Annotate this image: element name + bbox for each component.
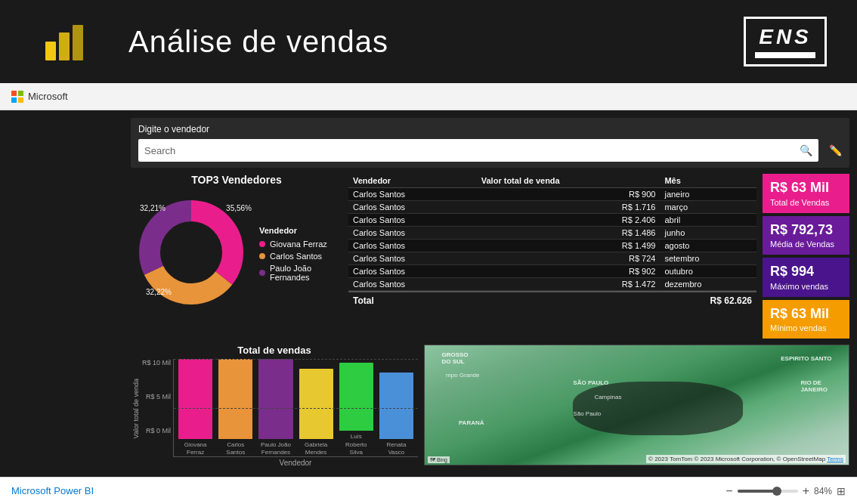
table-total-row: Total R$ 62.626 <box>348 291 756 309</box>
search-input[interactable]: Search <box>144 145 795 156</box>
cell-vendedor: Carlos Santos <box>348 188 477 201</box>
bar-chart-wrapper: Valor total de venda R$ 10 Mil R$ 5 Mil … <box>131 359 418 457</box>
ms-label: Microsoft <box>28 91 68 102</box>
bar-label-2: Paulo João Fernandes <box>261 441 291 457</box>
zoom-in-button[interactable]: + <box>803 484 809 498</box>
legend-label-2: Paulo João Fernandes <box>270 264 342 282</box>
grid-line-mid <box>174 408 418 409</box>
left-sidebar <box>0 110 123 477</box>
pct-right: 35,56% <box>226 204 252 212</box>
cell-mes: março <box>660 201 756 214</box>
table-row: Carlos Santos R$ 902 outubro <box>348 265 756 278</box>
cell-valor: R$ 724 <box>477 252 661 265</box>
edit-icon[interactable]: ✏️ <box>829 144 842 156</box>
pct-bottom: 32,22% <box>146 288 172 296</box>
search-bar[interactable]: Search 🔍 <box>138 139 818 162</box>
map-label-grosso: GROSSODO SUL <box>441 351 468 365</box>
cell-valor: R$ 900 <box>477 188 661 201</box>
x-axis-title: Vendedor <box>173 459 418 467</box>
ms-sq-red <box>11 91 17 96</box>
total-label: Total <box>353 295 374 306</box>
donut-chart: 32,21% 35,56% 32,22% <box>131 192 252 313</box>
ms-squares-icon <box>11 91 23 103</box>
bar-chart-section: Total de vendas Valor total de venda R$ … <box>131 345 418 467</box>
powerbi-icon <box>42 19 87 64</box>
legend-dot-2 <box>259 270 265 276</box>
svg-rect-0 <box>45 42 56 60</box>
legend-title: Vendedor <box>259 226 342 235</box>
cell-valor: R$ 2.406 <box>477 214 661 227</box>
map-label-campo: mpo Grande <box>446 372 479 379</box>
table-row: Carlos Santos R$ 1.716 março <box>348 201 756 214</box>
y-label-1: R$ 5 Mil <box>146 393 171 400</box>
zoom-slider[interactable] <box>738 490 798 493</box>
donut-with-legend: 32,21% 35,56% 32,22% Vendedor Giovana Fe… <box>131 192 342 313</box>
fit-button[interactable]: ⊞ <box>837 485 846 497</box>
zoom-thumb[interactable] <box>772 487 781 496</box>
bar-5 <box>379 373 413 439</box>
stat-label-3: Mínimo vendas <box>770 323 842 332</box>
table-section: Vendedor Valor total de venda Mês Carlos… <box>348 174 756 339</box>
table-row: Carlos Santos R$ 900 janeiro <box>348 188 756 201</box>
zoom-out-button[interactable]: − <box>726 484 732 498</box>
pbi-link[interactable]: Microsoft Power BI <box>11 485 94 496</box>
stat-value-0: R$ 63 Mil <box>770 180 842 196</box>
stat-card-2: R$ 994 Máximo vendas <box>763 258 849 297</box>
stat-card-1: R$ 792,73 Média de Vendas <box>763 216 849 255</box>
bar-0 <box>178 359 212 438</box>
app-container: Análise de vendas ENS Microsoft Digite o <box>0 0 857 504</box>
stat-label-1: Média de Vendas <box>770 240 842 249</box>
bar-3 <box>299 369 333 439</box>
donut-title: TOP3 Vendedores <box>131 174 342 186</box>
table-row: Carlos Santos R$ 1.499 agosto <box>348 240 756 252</box>
logo-box <box>15 8 113 76</box>
cell-vendedor: Carlos Santos <box>348 201 477 214</box>
y-label-2: R$ 0 Mil <box>146 427 171 434</box>
cell-mes: setembro <box>660 252 756 265</box>
top-charts: TOP3 Vendedores <box>131 174 849 339</box>
col-vendedor: Vendedor <box>348 174 477 188</box>
legend-item-1: Carlos Santos <box>259 252 342 261</box>
legend-item-0: Giovana Ferraz <box>259 240 342 249</box>
cell-vendedor: Carlos Santos <box>348 252 477 265</box>
cell-vendedor: Carlos Santos <box>348 240 477 252</box>
map-label-espirito: ESPIRITO SANTO <box>781 355 831 362</box>
stat-card-3: R$ 63 Mil Mínimo vendas <box>763 300 849 339</box>
table-row: Carlos Santos R$ 724 setembro <box>348 252 756 265</box>
total-value: R$ 62.626 <box>710 295 752 306</box>
cell-mes: dezembro <box>660 278 756 291</box>
bar-1 <box>218 359 252 438</box>
stat-card-0: R$ 63 Mil Total de Vendas <box>763 174 849 213</box>
legend-dot-0 <box>259 241 265 247</box>
cell-mes: janeiro <box>660 188 756 201</box>
cell-valor: R$ 1.499 <box>477 240 661 252</box>
legend-label-1: Carlos Santos <box>270 252 322 261</box>
zoom-fill <box>738 490 774 493</box>
ens-logo: ENS <box>744 17 827 66</box>
cell-valor: R$ 1.486 <box>477 227 661 240</box>
bar-chart-title: Total de vendas <box>131 345 418 356</box>
stat-value-2: R$ 994 <box>770 264 842 280</box>
table-row: Carlos Santos R$ 2.406 abril <box>348 214 756 227</box>
y-label-0: R$ 10 Mil <box>142 359 171 366</box>
map-attribution: © 2023 TomTom © 2023 Microsoft Corporati… <box>646 455 846 463</box>
map-label-parana: PARANÁ <box>459 419 484 426</box>
y-axis-title: Valor total de venda <box>132 379 140 438</box>
map-dark-region <box>573 382 742 435</box>
data-table: Vendedor Valor total de venda Mês Carlos… <box>348 174 756 291</box>
title-area: Análise de vendas <box>128 25 744 59</box>
map-label-rio: RIO DEJANEIRO <box>800 379 828 393</box>
stats-column: R$ 63 Mil Total de Vendas R$ 792,73 Médi… <box>763 174 849 339</box>
bars-container: Giovana FerrazCarlos SantosPaulo João Fe… <box>173 359 418 457</box>
bar-label-3: Gabriela Mendes <box>305 441 327 457</box>
map-label-campinas: Campinas <box>594 394 621 400</box>
stat-value-1: R$ 792,73 <box>770 222 842 239</box>
svg-rect-1 <box>59 32 70 60</box>
bar-label-1: Carlos Santos <box>226 441 245 457</box>
col-valor: Valor total de venda <box>477 174 661 188</box>
cell-valor: R$ 1.472 <box>477 278 661 291</box>
cell-vendedor: Carlos Santos <box>348 278 477 291</box>
cell-valor: R$ 1.716 <box>477 201 661 214</box>
ms-sq-green <box>18 91 23 96</box>
stat-label-2: Máximo vendas <box>770 282 842 291</box>
